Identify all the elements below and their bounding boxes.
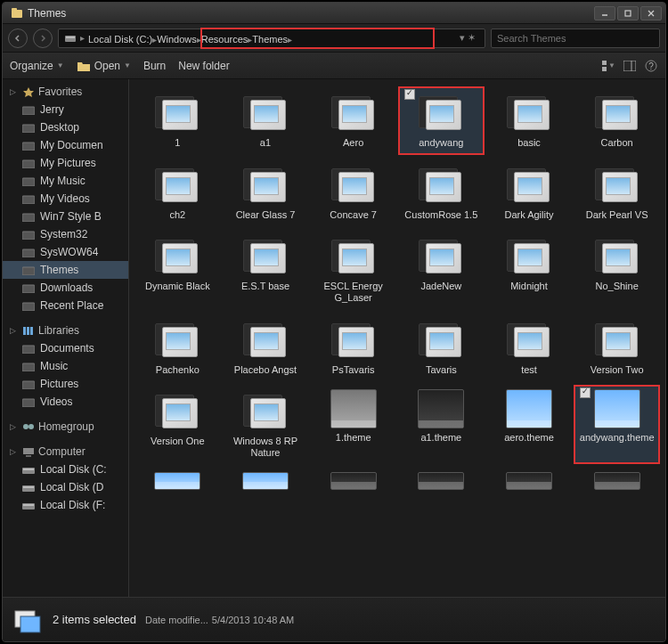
folder-item[interactable]: a1 [223,86,309,155]
sidebar-item-computer[interactable]: Local Disk (C: [3,461,128,478]
theme-file-item[interactable] [486,468,573,500]
refresh-dropdown[interactable]: ▾ ✶ [456,32,479,44]
organize-menu[interactable]: Organize▼ [10,60,64,72]
new-folder-button[interactable]: New folder [178,60,229,72]
address-bar[interactable]: ▸ Local Disk (C:)▸Windows▸Resources▸Them… [58,29,485,48]
sidebar-item-label: Documents [40,342,94,355]
maximize-button[interactable] [617,6,639,20]
folder-item[interactable]: 1 [134,86,221,155]
folder-item[interactable]: Version Two [574,314,660,382]
folder-icon [417,163,465,206]
folder-icon [241,163,289,206]
folder-item[interactable]: Placebo Angst [223,314,309,382]
sidebar-item-favorites[interactable]: Desktop [3,118,128,136]
back-button[interactable] [8,29,28,48]
folder-item[interactable]: Pachenko [134,314,221,382]
folder-item[interactable]: CustomRose 1.5 [398,159,485,227]
svg-rect-28 [23,327,26,335]
view-options-button[interactable]: ▼ [601,59,615,73]
theme-file-item[interactable] [398,468,485,500]
folder-item[interactable]: Dark Agility [486,159,573,227]
breadcrumb-segment[interactable]: Resources [201,34,248,45]
folder-item[interactable]: Midnight [486,230,573,309]
folder-item[interactable]: andywang [398,86,485,155]
folder-item[interactable]: Concave 7 [310,159,396,227]
close-button[interactable] [640,6,662,20]
sidebar-item-computer[interactable]: Local Disk (F: [3,496,128,514]
theme-file-item[interactable] [574,468,660,500]
sidebar-item-favorites[interactable]: My Videos [3,190,128,208]
theme-file-item[interactable]: andywang.theme [574,385,660,464]
command-toolbar: Organize▼ Open▼ Burn New folder ▼ ? [3,53,665,79]
preview-pane-button[interactable] [623,59,637,73]
folder-icon [22,176,35,186]
folder-icon [330,91,378,134]
sidebar-item-libraries[interactable]: Documents [3,339,128,357]
item-label: ch2 [169,209,185,221]
sidebar-item-favorites[interactable]: Jerry [3,101,128,118]
folder-icon [22,230,35,240]
folder-item[interactable]: basic [486,86,573,155]
folder-item[interactable]: No_Shine [574,230,660,309]
svg-rect-29 [27,327,29,335]
sidebar-item-libraries[interactable]: Videos [3,393,128,411]
libraries-group[interactable]: ▷Libraries [3,322,128,339]
folder-item[interactable]: Carbon [574,86,660,155]
sidebar-item-favorites[interactable]: SysWOW64 [3,243,128,261]
folder-item[interactable]: Aero [310,86,396,155]
folder-item[interactable]: Dark Pearl VS [574,159,660,227]
selection-icon [12,604,44,636]
sidebar-item-libraries[interactable]: Music [3,357,128,375]
homegroup-group[interactable]: ▷Homegroup [3,418,128,436]
help-button[interactable]: ? [644,59,658,73]
theme-file-item[interactable] [223,468,309,500]
folder-item[interactable]: test [486,314,573,382]
theme-file-item[interactable] [310,468,396,500]
folder-item[interactable]: ch2 [134,159,221,227]
sidebar-item-computer[interactable]: Local Disk (D [3,478,128,496]
folder-item[interactable]: Tavaris [398,314,485,382]
open-button[interactable]: Open▼ [77,60,131,72]
minimize-button[interactable] [594,6,615,20]
item-label: aero.theme [504,432,554,444]
sidebar-item-favorites[interactable]: Downloads [3,279,128,297]
sidebar-item-libraries[interactable]: Pictures [3,375,128,393]
svg-rect-1 [12,8,17,11]
sidebar-item-favorites[interactable]: System32 [3,225,128,243]
forward-button[interactable] [33,29,53,48]
sidebar-item-favorites[interactable]: Recent Place [3,297,128,314]
folder-item[interactable]: ESCL Energy G_Laser [310,230,396,309]
navigation-pane[interactable]: ▷Favorites JerryDesktopMy DocumenMy Pict… [3,79,129,597]
svg-rect-3 [625,11,631,16]
theme-file-item[interactable]: a1.theme [398,385,485,464]
breadcrumb-segment[interactable]: Themes [252,34,288,45]
theme-file-item[interactable]: aero.theme [486,385,573,464]
sidebar-item-favorites[interactable]: My Music [3,172,128,190]
folder-item[interactable]: Dynamic Black [134,230,221,309]
breadcrumb-segment[interactable]: Local Disk (C:) [88,34,152,45]
folder-item[interactable]: Clear Glass 7 [223,159,309,227]
sidebar-item-favorites[interactable]: My Documen [3,136,128,154]
breadcrumb-segment[interactable]: Windows [157,34,197,45]
folder-item[interactable]: E.S.T base [223,230,309,309]
sidebar-item-favorites[interactable]: Win7 Style B [3,208,128,225]
theme-file-item[interactable]: 1.theme [310,385,396,464]
date-modified-label: Date modifie... [145,615,208,625]
svg-text:?: ? [648,61,654,71]
search-input[interactable] [491,29,660,48]
folder-item[interactable]: JadeNew [398,230,485,309]
burn-button[interactable]: Burn [143,60,166,72]
folder-item[interactable]: Windows 8 RP Nature [223,385,309,464]
sidebar-item-favorites[interactable]: Themes [3,261,128,279]
sidebar-item-favorites[interactable]: My Pictures [3,154,128,172]
svg-rect-38 [26,455,31,457]
favorites-group[interactable]: ▷Favorites [3,83,128,101]
theme-file-item[interactable] [134,468,221,500]
folder-item[interactable]: PsTavaris [310,314,396,382]
folder-item[interactable]: Version One [134,385,221,464]
svg-rect-46 [20,616,40,632]
folder-icon [593,163,641,206]
computer-group[interactable]: ▷Computer [3,443,128,461]
file-list[interactable]: 1a1AeroandywangbasicCarbonch2Clear Glass… [129,79,665,597]
sidebar-item-label: Local Disk (D [40,481,103,493]
